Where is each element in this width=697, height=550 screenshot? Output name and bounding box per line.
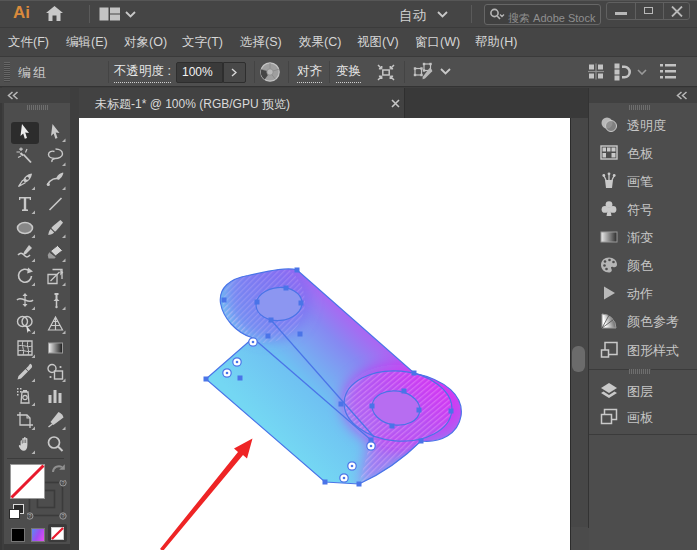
svg-text:?: ? (28, 513, 31, 519)
svg-text:?: ? (61, 513, 64, 519)
svg-text:?: ? (61, 480, 64, 486)
